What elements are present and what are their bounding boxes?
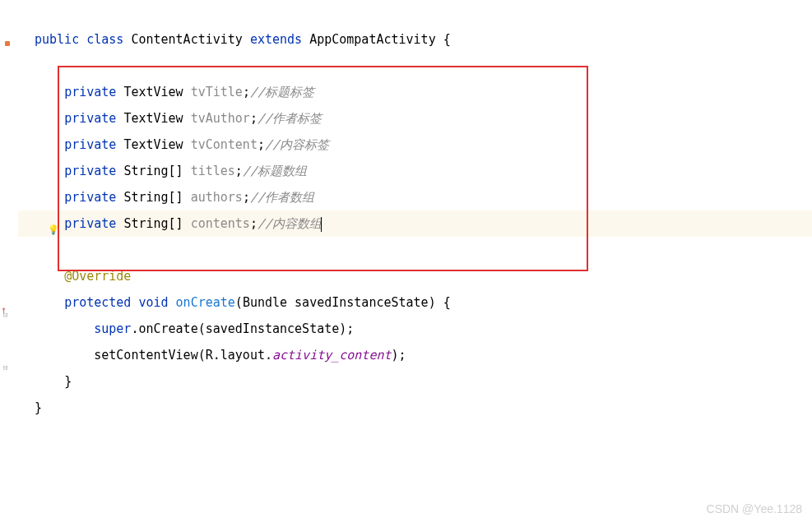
class-declaration[interactable]: public class ContentActivity extends App… xyxy=(18,26,812,53)
type: String[] xyxy=(123,164,183,178)
editor-gutter: ↑ ⊟ ⊟ xyxy=(0,0,16,522)
brace: } xyxy=(64,374,72,389)
fold-icon[interactable]: ⊟ xyxy=(3,311,7,319)
brace: { xyxy=(443,32,451,47)
type: String[] xyxy=(123,216,183,231)
resource-id: activity_content xyxy=(272,348,392,363)
param-name: savedInstanceState xyxy=(295,295,429,310)
field-declaration[interactable]: private String[] authors;//作者数组 xyxy=(18,184,812,210)
semicolon: ; xyxy=(235,164,243,178)
intention-bulb-icon[interactable]: 💡 xyxy=(48,224,59,235)
semicolon: ; xyxy=(250,216,258,231)
field-name: contents xyxy=(191,216,250,231)
comment: //作者数组 xyxy=(250,190,314,205)
comment: //作者标签 xyxy=(258,111,322,126)
type: TextView xyxy=(123,111,183,126)
field-declaration[interactable]: private TextView tvAuthor;//作者标签 xyxy=(18,105,812,132)
gutter-marker-icon xyxy=(5,41,10,46)
field-name: tvAuthor xyxy=(191,111,250,126)
parent-class: AppCompatActivity xyxy=(309,32,436,47)
field-name: tvContent xyxy=(191,137,258,152)
close-brace-line[interactable]: } xyxy=(18,368,812,395)
comment: //标题数组 xyxy=(243,164,307,178)
field-declaration[interactable]: private TextView tvContent;//内容标签 xyxy=(18,132,812,158)
class-name: ContentActivity xyxy=(131,32,242,47)
keyword-private: private xyxy=(64,85,116,99)
paren: ( xyxy=(198,348,206,363)
type: TextView xyxy=(123,85,183,99)
close-brace-line[interactable]: } xyxy=(18,395,812,421)
text-cursor xyxy=(321,217,322,232)
keyword-void: void xyxy=(138,295,168,310)
keyword-protected: protected xyxy=(64,295,131,310)
method-name: onCreate xyxy=(176,295,235,310)
semicolon: ; xyxy=(243,85,250,99)
semicolon: ; xyxy=(250,111,258,126)
method-call-line[interactable]: setContentView(R.layout.activity_content… xyxy=(18,342,812,368)
keyword-private: private xyxy=(64,164,116,178)
keyword-super: super xyxy=(94,321,131,336)
comment: //标题标签 xyxy=(250,85,314,99)
fold-icon[interactable]: ⊟ xyxy=(3,363,7,372)
code-line[interactable] xyxy=(18,237,812,263)
field-name: titles xyxy=(191,164,235,178)
keyword-public: public xyxy=(35,32,79,47)
method-declaration[interactable]: protected void onCreate(Bundle savedInst… xyxy=(18,289,812,316)
brace: } xyxy=(35,400,42,415)
brace: { xyxy=(443,295,451,310)
method-call: setContentView xyxy=(94,348,197,363)
paren: ( xyxy=(198,321,206,336)
field-name: tvTitle xyxy=(191,85,243,99)
keyword-private: private xyxy=(64,111,116,126)
paren: ) xyxy=(429,295,436,310)
method-call: onCreate xyxy=(138,321,197,336)
comment: //内容数组 xyxy=(258,216,322,231)
paren: ( xyxy=(235,295,243,310)
keyword-extends: extends xyxy=(250,32,302,47)
argument: savedInstanceState xyxy=(206,321,340,336)
watermark: CSDN @Yee.1128 xyxy=(707,502,802,515)
param-type: Bundle xyxy=(243,295,287,310)
type: TextView xyxy=(123,137,183,152)
code-line[interactable] xyxy=(18,53,812,79)
annotation-line[interactable]: @Override xyxy=(18,263,812,289)
field-declaration[interactable]: private String[] contents;//内容数组 xyxy=(18,210,812,237)
paren-semi: ); xyxy=(392,348,406,363)
layout: layout xyxy=(220,348,265,363)
field-declaration[interactable]: private String[] titles;//标题数组 xyxy=(18,158,812,184)
r-class: R xyxy=(206,348,213,363)
dot: . xyxy=(265,348,272,363)
semicolon: ; xyxy=(258,137,265,152)
semicolon: ; xyxy=(243,190,250,205)
keyword-private: private xyxy=(64,190,116,205)
type: String[] xyxy=(123,190,183,205)
keyword-private: private xyxy=(64,137,116,152)
keyword-class: class xyxy=(86,32,123,47)
field-name: authors xyxy=(191,190,243,205)
keyword-private: private xyxy=(64,216,116,231)
paren-semi: ); xyxy=(339,321,354,336)
comment: //内容标签 xyxy=(265,137,329,152)
super-call[interactable]: super.onCreate(savedInstanceState); xyxy=(18,316,812,342)
dot: . xyxy=(213,348,220,363)
annotation: @Override xyxy=(64,269,131,284)
field-declaration[interactable]: private TextView tvTitle;//标题标签 xyxy=(18,79,812,105)
code-line[interactable] xyxy=(18,0,812,26)
code-editor[interactable]: public class ContentActivity extends App… xyxy=(18,0,812,421)
